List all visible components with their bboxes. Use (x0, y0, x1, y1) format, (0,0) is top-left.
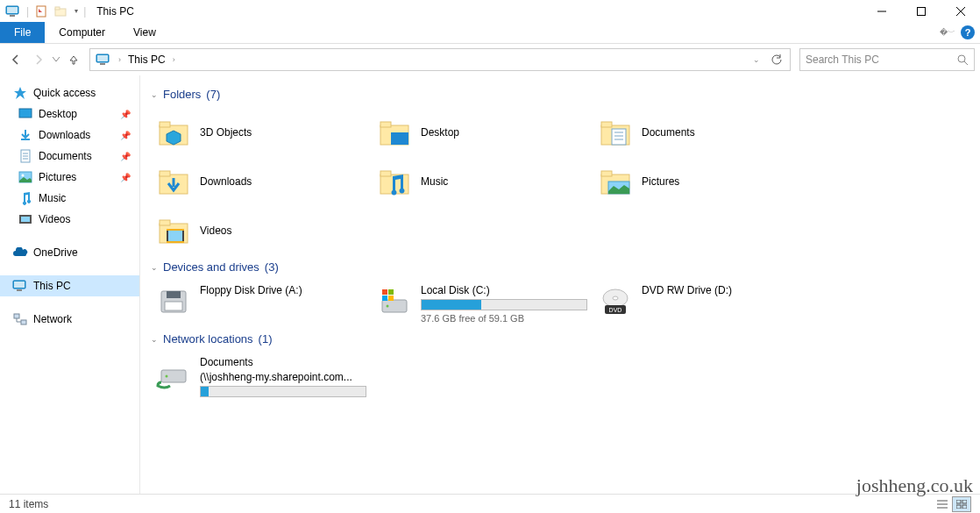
drive-local-c[interactable]: Local Disk (C:) 37.6 GB free of 59.1 GB (372, 281, 593, 327)
svg-rect-11 (97, 55, 108, 61)
svg-point-66 (613, 296, 618, 300)
svg-rect-25 (21, 217, 30, 222)
group-header-folders[interactable]: ⌄ Folders (7) (151, 88, 969, 101)
addr-dropdown-icon[interactable]: ⌄ (748, 55, 765, 64)
chevron-right-icon[interactable]: › (169, 55, 179, 64)
sidebar-item-quick-access[interactable]: Quick access (0, 82, 139, 103)
newfolder-icon[interactable] (53, 4, 69, 18)
sidebar-label: This PC (33, 280, 71, 292)
breadcrumb-this-pc[interactable]: This PC (124, 53, 169, 66)
chevron-down-icon: ⌄ (151, 263, 158, 272)
forward-button[interactable] (28, 49, 49, 70)
sidebar-item-videos[interactable]: Videos (0, 209, 139, 230)
tab-view[interactable]: View (119, 22, 170, 43)
sidebar-label: Pictures (39, 171, 76, 183)
navbar: › This PC › ⌄ Search This PC (0, 44, 980, 75)
svg-rect-54 (167, 241, 184, 243)
sidebar-item-documents[interactable]: Documents 📌 (0, 146, 139, 167)
folder-pictures[interactable]: Pictures (593, 157, 813, 206)
group-label: Devices and drives (163, 260, 259, 274)
ribbon-right: �﹀ ? (940, 22, 980, 43)
sidebar-item-onedrive[interactable]: OneDrive (0, 242, 139, 263)
drive-label: DVD RW Drive (D:) (642, 284, 732, 296)
folder-downloads[interactable]: Downloads (151, 157, 372, 206)
drive-floppy[interactable]: Floppy Disk Drive (A:) (151, 281, 372, 327)
floppy-icon (156, 284, 191, 319)
group-header-netloc[interactable]: ⌄ Network locations (1) (151, 332, 969, 346)
sidebar-item-downloads[interactable]: Downloads 📌 (0, 125, 139, 146)
download-icon (18, 128, 33, 142)
item-label: Pictures (642, 175, 679, 188)
sidebar-item-music[interactable]: Music (0, 188, 139, 209)
tab-computer[interactable]: Computer (45, 22, 119, 43)
netloc-sublabel: (\\joshheng-my.sharepoint.com... (200, 371, 366, 383)
sidebar-item-pictures[interactable]: Pictures 📌 (0, 167, 139, 188)
sidebar-label: Videos (39, 213, 70, 225)
pin-icon: 📌 (120, 110, 131, 119)
pin-icon: 📌 (120, 173, 131, 182)
chevron-down-icon: ⌄ (151, 90, 158, 99)
qat-dropdown-icon[interactable]: ▾ (75, 7, 78, 15)
onedrive-icon (12, 246, 28, 260)
nav-pane: Quick access Desktop 📌 Downloads 📌 Docum… (0, 75, 140, 494)
search-icon[interactable] (957, 54, 969, 66)
folder-3d-objects[interactable]: 3D Objects (151, 108, 372, 157)
svg-rect-64 (388, 296, 394, 301)
tiles-view-button[interactable] (952, 496, 971, 512)
svg-rect-32 (160, 122, 170, 127)
folder-documents[interactable]: Documents (593, 108, 813, 157)
group-header-drives[interactable]: ⌄ Devices and drives (3) (151, 260, 969, 274)
sidebar-label: OneDrive (33, 246, 78, 259)
address-bar[interactable]: › This PC › ⌄ (89, 48, 791, 71)
folder-icon (377, 115, 412, 150)
chevron-right-icon[interactable]: › (115, 55, 124, 64)
maximize-button[interactable] (901, 0, 941, 22)
sidebar-label: Desktop (39, 108, 77, 120)
sidebar-item-network[interactable]: Network (0, 309, 139, 330)
item-label: Music (421, 175, 448, 188)
video-icon (18, 212, 33, 226)
svg-rect-69 (161, 370, 186, 382)
back-button[interactable] (5, 49, 26, 70)
main-row: Quick access Desktop 📌 Downloads 📌 Docum… (0, 75, 980, 494)
folder-videos[interactable]: Videos (151, 206, 372, 255)
folder-icon (598, 115, 633, 150)
window-title: This PC (96, 5, 134, 18)
view-mode-buttons (933, 496, 971, 512)
disk-icon (377, 284, 412, 319)
item-label: Videos (200, 224, 231, 237)
folder-desktop[interactable]: Desktop (372, 108, 593, 157)
svg-text:DVD: DVD (609, 307, 622, 313)
refresh-button[interactable] (765, 53, 788, 66)
details-view-button[interactable] (933, 496, 952, 512)
close-button[interactable] (941, 0, 980, 22)
svg-rect-34 (380, 122, 391, 127)
properties-icon[interactable] (34, 4, 50, 18)
folder-music[interactable]: Music (372, 157, 593, 206)
netloc-documents[interactable]: Documents (\\joshheng-my.sharepoint.com.… (151, 353, 372, 401)
svg-rect-77 (962, 505, 967, 509)
recent-dropdown-icon[interactable] (51, 49, 61, 70)
help-icon[interactable]: ? (961, 25, 975, 39)
pin-icon: 📌 (120, 131, 131, 140)
group-count: (1) (259, 332, 273, 346)
drive-label: Local Disk (C:) (421, 284, 587, 296)
up-button[interactable] (63, 49, 84, 70)
svg-rect-30 (21, 320, 26, 324)
tab-file[interactable]: File (0, 22, 45, 43)
capacity-bar (200, 386, 366, 397)
svg-rect-27 (14, 281, 25, 288)
sidebar-item-this-pc[interactable]: This PC (0, 275, 139, 296)
group-count: (7) (206, 88, 220, 101)
ribbon-expand-icon[interactable]: �﹀ (940, 27, 955, 39)
item-label: Desktop (421, 126, 459, 139)
sidebar-item-desktop[interactable]: Desktop 📌 (0, 103, 139, 125)
drive-dvd[interactable]: DVD DVD RW Drive (D:) (593, 281, 813, 327)
svg-rect-58 (382, 300, 407, 312)
sidebar-label: Downloads (39, 129, 90, 141)
minimize-button[interactable] (862, 0, 901, 22)
search-input[interactable]: Search This PC (799, 48, 975, 71)
group-label: Network locations (163, 332, 253, 346)
item-label: Documents (642, 126, 695, 139)
search-placeholder: Search This PC (806, 53, 879, 66)
